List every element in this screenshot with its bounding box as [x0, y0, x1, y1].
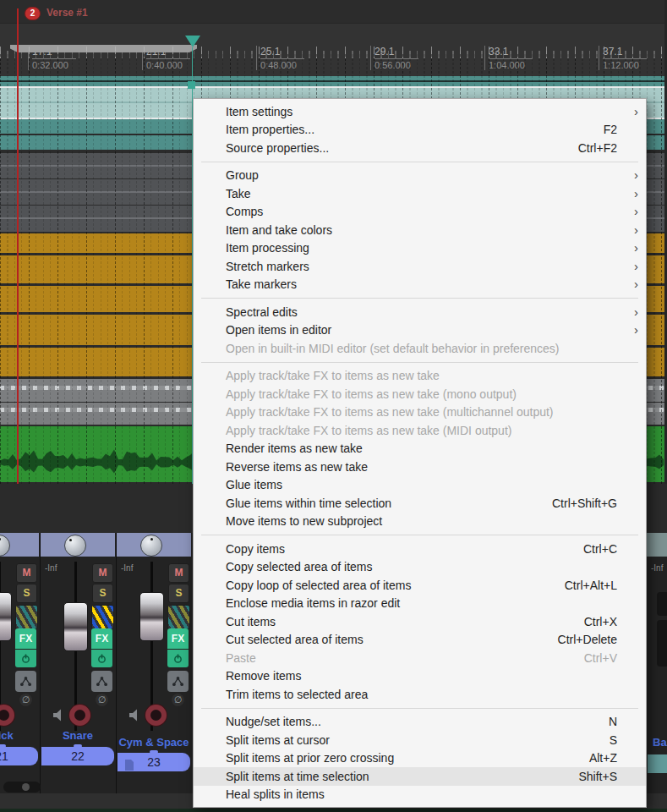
menu-item-open-items-in-editor[interactable]: Open items in editor› [194, 321, 646, 340]
fx-power-button[interactable] [15, 650, 36, 667]
phase-button[interactable]: ∅ [96, 694, 108, 706]
reaper-window: 2 Verse #1 17.10:32.00021.10:40.00025.10… [0, 0, 667, 812]
menu-item-label: Paste [226, 651, 569, 665]
track-number-bar: 22 [41, 747, 114, 765]
menu-separator [201, 362, 638, 363]
fx-power-button[interactable] [167, 650, 189, 667]
routing-button[interactable] [91, 671, 112, 692]
menu-item-take[interactable]: Take› [194, 184, 646, 203]
menu-item-label: Split items at prior zero crossing [226, 751, 574, 765]
speaker-icon[interactable] [128, 709, 141, 725]
track-color-stripes-button[interactable] [15, 605, 38, 629]
solo-button[interactable]: S [168, 584, 189, 603]
menu-item-reverse-items-as-new-take[interactable]: Reverse items as new take [194, 458, 646, 476]
menu-item-apply-track-take-fx-to-items-as-new-ta[interactable]: Apply track/take FX to items as new take… [194, 421, 646, 440]
pan-knob-indicator [0, 538, 1, 540]
phase-button[interactable]: ∅ [19, 694, 32, 706]
gain-readout: -Inf [45, 563, 57, 573]
menu-item-split-items-at-cursor[interactable]: Split items at cursorS [194, 731, 646, 749]
menu-item-cut-selected-area-of-items[interactable]: Cut selected area of itemsCtrl+Delete [194, 631, 646, 650]
menu-item-apply-track-take-fx-to-items-as-new-ta[interactable]: Apply track/take FX to items as new take… [194, 385, 646, 403]
menu-item-item-and-take-colors[interactable]: Item and take colors› [194, 221, 646, 239]
record-arm-button[interactable] [69, 705, 90, 726]
record-arm-button[interactable] [0, 705, 14, 726]
mixer-scrollbar-thumb[interactable] [22, 783, 30, 791]
fader-handle[interactable] [657, 620, 667, 667]
menu-item-group[interactable]: Group› [194, 167, 646, 185]
menu-item-split-items-at-prior-zero-crossing[interactable]: Split items at prior zero crossingAlt+Z [194, 749, 646, 768]
track-name[interactable]: Ba [653, 736, 667, 749]
record-arm-button[interactable] [145, 705, 167, 726]
fx-power-button[interactable] [91, 650, 112, 667]
fx-button[interactable]: FX [167, 628, 189, 649]
mixer-strip-cym-space: -InfMSFX∅Cym & Space23 [116, 533, 191, 795]
pan-knob[interactable] [140, 535, 162, 557]
menu-item-move-items-to-new-subproject[interactable]: Move items to new subproject [194, 513, 646, 531]
play-cursor-handle[interactable] [185, 36, 200, 47]
menu-item-item-properties[interactable]: Item properties...F2 [194, 121, 646, 140]
menu-item-item-processing[interactable]: Item processing› [194, 239, 646, 258]
menu-item-enclose-media-items-in-razor-edit[interactable]: Enclose media items in razor edit [194, 595, 646, 613]
menu-item-copy-loop-of-selected-area-of-items[interactable]: Copy loop of selected area of itemsCtrl+… [194, 576, 646, 595]
menu-item-apply-track-take-fx-to-items-as-new-ta[interactable]: Apply track/take FX to items as new take [194, 367, 646, 386]
mixer-scrollbar[interactable] [3, 782, 41, 793]
menu-item-spectral-edits[interactable]: Spectral edits› [194, 303, 646, 321]
menu-item-hotkey: Alt+Z [589, 751, 617, 765]
mute-button[interactable]: M [92, 563, 113, 583]
menu-item-label: Copy items [226, 542, 568, 556]
submenu-arrow-icon: › [634, 167, 638, 182]
routing-button[interactable] [15, 671, 36, 692]
menu-item-trim-items-to-selected-area[interactable]: Trim items to selected area [194, 685, 646, 704]
menu-item-copy-items[interactable]: Copy itemsCtrl+C [194, 540, 646, 558]
track-number-bar: 21 [0, 747, 38, 765]
menu-item-label: Cut items [226, 615, 569, 628]
track-name[interactable]: Snare [41, 729, 115, 742]
menu-item-split-items-at-time-selection[interactable]: Split items at time selectionShift+S [194, 767, 646, 786]
menu-item-open-in-built-in-midi-editor-set-defau[interactable]: Open in built-in MIDI editor (set defaul… [194, 339, 646, 358]
menu-item-heal-splits-in-items[interactable]: Heal splits in items [194, 786, 646, 804]
solo-button[interactable]: S [92, 584, 113, 603]
menu-item-stretch-markers[interactable]: Stretch markers› [194, 257, 646, 276]
menu-item-source-properties[interactable]: Source properties...Ctrl+F2 [194, 139, 646, 157]
track-name[interactable]: Kick [0, 729, 39, 742]
fx-button[interactable]: FX [91, 628, 112, 649]
menu-item-cut-items[interactable]: Cut itemsCtrl+X [194, 612, 646, 631]
menu-item-comps[interactable]: Comps› [194, 203, 646, 222]
mute-button[interactable]: M [16, 563, 37, 583]
menu-item-paste[interactable]: PasteCtrl+V [194, 649, 646, 667]
media-item-row[interactable] [0, 76, 664, 86]
mute-button[interactable]: M [168, 563, 189, 583]
track-name[interactable]: Cym & Space [117, 736, 191, 749]
menu-separator [201, 162, 638, 162]
track-color-stripes-button[interactable] [167, 605, 190, 629]
menu-item-label: Spectral edits [226, 305, 617, 319]
menu-item-take-markers[interactable]: Take markers› [194, 276, 646, 294]
menu-item-render-items-as-new-take[interactable]: Render items as new take [194, 440, 646, 458]
fx-button[interactable]: FX [15, 628, 36, 649]
pan-knob[interactable] [0, 535, 10, 557]
menu-item-item-settings[interactable]: Item settings› [194, 102, 646, 121]
phase-button[interactable]: ∅ [172, 694, 184, 706]
track-bar-notch [0, 744, 6, 748]
edit-cursor[interactable] [17, 8, 19, 484]
menu-item-label: Open items in editor [226, 323, 617, 337]
menu-item-apply-track-take-fx-to-items-as-new-ta[interactable]: Apply track/take FX to items as new take… [194, 403, 646, 422]
menu-item-label: Source properties... [226, 141, 563, 155]
fader-handle[interactable] [139, 592, 164, 641]
menu-item-remove-items[interactable]: Remove items [194, 667, 646, 686]
track-color-stripes-button[interactable] [91, 605, 114, 629]
solo-button[interactable]: S [16, 584, 37, 603]
fader-handle[interactable] [657, 592, 667, 616]
menu-item-glue-items[interactable]: Glue items [194, 476, 646, 495]
speaker-icon[interactable] [52, 709, 65, 725]
menu-item-glue-items-within-time-selection[interactable]: Glue items within time selectionCtrl+Shi… [194, 494, 646, 513]
document-icon [124, 757, 134, 776]
pan-knob[interactable] [64, 535, 86, 557]
fader-handle[interactable] [63, 602, 88, 651]
fader-handle[interactable] [0, 592, 12, 641]
menu-item-hotkey: S [610, 733, 617, 747]
menu-item-nudge-set-items[interactable]: Nudge/set items...N [194, 713, 646, 732]
menu-item-copy-selected-area-of-items[interactable]: Copy selected area of items [194, 558, 646, 577]
routing-button[interactable] [167, 671, 189, 692]
menu-item-label: Apply track/take FX to items as new take… [226, 424, 617, 437]
